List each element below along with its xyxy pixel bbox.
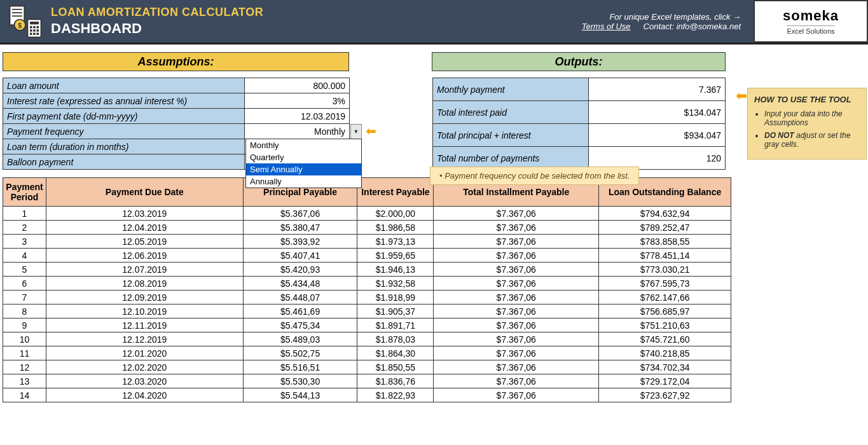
table-cell[interactable]: $7.367,06: [434, 277, 599, 291]
table-cell[interactable]: $1.836,76: [357, 374, 434, 388]
table-cell[interactable]: $5.380,47: [243, 221, 357, 235]
table-cell[interactable]: $5.489,03: [243, 332, 357, 346]
table-cell[interactable]: $5.420,93: [243, 263, 357, 277]
table-cell[interactable]: 14: [3, 388, 46, 402]
table-cell[interactable]: $745.721,60: [599, 332, 731, 346]
table-cell[interactable]: 12.06.2019: [46, 249, 243, 263]
table-cell[interactable]: 12.05.2019: [46, 235, 243, 249]
table-cell[interactable]: $5.516,51: [243, 360, 357, 374]
table-cell[interactable]: 10: [3, 332, 46, 346]
table-cell[interactable]: $751.210,63: [599, 318, 731, 332]
table-cell[interactable]: 6: [3, 277, 46, 291]
table-cell[interactable]: $1.891,71: [357, 318, 434, 332]
table-cell[interactable]: $7.367,06: [434, 263, 599, 277]
table-cell[interactable]: $767.595,73: [599, 277, 731, 291]
table-row: 1112.01.2020$5.502,75$1.864,30$7.367,06$…: [3, 346, 731, 360]
table-cell[interactable]: 1: [3, 207, 46, 221]
table-cell[interactable]: $5.448,07: [243, 291, 357, 305]
table-cell[interactable]: $7.367,06: [434, 318, 599, 332]
table-cell[interactable]: $5.475,34: [243, 318, 357, 332]
table-cell[interactable]: $789.252,47: [599, 221, 731, 235]
table-cell[interactable]: $794.632,94: [599, 207, 731, 221]
table-cell[interactable]: $1.850,55: [357, 360, 434, 374]
table-cell[interactable]: $7.367,06: [434, 207, 599, 221]
table-cell[interactable]: 8: [3, 305, 46, 318]
logo[interactable]: someka Excel Solutions: [754, 0, 868, 43]
table-cell[interactable]: $7.367,06: [434, 360, 599, 374]
table-cell[interactable]: $740.218,85: [599, 346, 731, 360]
table-cell[interactable]: $1.864,30: [357, 346, 434, 360]
table-cell[interactable]: 12.10.2019: [46, 305, 243, 318]
table-cell[interactable]: $734.702,34: [599, 360, 731, 374]
table-cell[interactable]: 12.03.2020: [46, 374, 243, 388]
table-cell[interactable]: $778.451,14: [599, 249, 731, 263]
table-cell[interactable]: $1.822,93: [357, 388, 434, 402]
table-cell[interactable]: $723.627,92: [599, 388, 731, 402]
table-cell[interactable]: $7.367,06: [434, 346, 599, 360]
table-cell[interactable]: 9: [3, 318, 46, 332]
dropdown-option[interactable]: Quarterly: [246, 151, 361, 163]
frequency-dropdown-list[interactable]: MonthlyQuarterlySemi AnnuallyAnnually: [245, 139, 362, 188]
terms-link[interactable]: Terms of Use: [582, 22, 631, 31]
table-cell[interactable]: $5.502,75: [243, 346, 357, 360]
dropdown-option[interactable]: Semi Annually: [246, 163, 361, 175]
table-cell[interactable]: $7.367,06: [434, 291, 599, 305]
table-cell[interactable]: 12: [3, 360, 46, 374]
table-cell[interactable]: $7.367,06: [434, 305, 599, 318]
table-cell[interactable]: $5.367,06: [243, 207, 357, 221]
assumption-input[interactable]: Monthly: [245, 124, 350, 139]
table-cell[interactable]: $7.367,06: [434, 374, 599, 388]
table-cell[interactable]: $729.172,04: [599, 374, 731, 388]
table-row: 712.09.2019$5.448,07$1.918,99$7.367,06$7…: [3, 291, 731, 305]
table-cell[interactable]: 12.11.2019: [46, 318, 243, 332]
templates-link[interactable]: For unique Excel templates, click →: [609, 12, 741, 22]
assumption-input[interactable]: 3%: [245, 93, 350, 109]
table-cell[interactable]: $7.367,06: [434, 388, 599, 402]
table-cell[interactable]: 12.01.2020: [46, 346, 243, 360]
table-cell[interactable]: 12.03.2019: [46, 207, 243, 221]
table-cell[interactable]: $1.918,99: [357, 291, 434, 305]
table-cell[interactable]: 12.04.2019: [46, 221, 243, 235]
table-cell[interactable]: 5: [3, 263, 46, 277]
table-cell[interactable]: $5.393,92: [243, 235, 357, 249]
table-cell[interactable]: $7.367,06: [434, 249, 599, 263]
table-cell[interactable]: 12.02.2020: [46, 360, 243, 374]
table-cell[interactable]: $5.544,13: [243, 388, 357, 402]
frequency-dropdown-button[interactable]: ▼: [350, 124, 362, 139]
assumption-input[interactable]: 12.03.2019: [245, 109, 350, 124]
table-cell[interactable]: 12.09.2019: [46, 291, 243, 305]
table-cell[interactable]: 3: [3, 235, 46, 249]
table-cell[interactable]: 7: [3, 291, 46, 305]
table-cell[interactable]: 11: [3, 346, 46, 360]
table-cell[interactable]: $1.973,13: [357, 235, 434, 249]
assumption-input[interactable]: 800.000: [245, 78, 350, 93]
table-cell[interactable]: $7.367,06: [434, 235, 599, 249]
table-cell[interactable]: $783.858,55: [599, 235, 731, 249]
table-cell[interactable]: 13: [3, 374, 46, 388]
dropdown-option[interactable]: Monthly: [246, 139, 361, 151]
table-cell[interactable]: 12.07.2019: [46, 263, 243, 277]
table-cell[interactable]: 12.12.2019: [46, 332, 243, 346]
table-cell[interactable]: $5.461,69: [243, 305, 357, 318]
table-cell[interactable]: 4: [3, 249, 46, 263]
table-cell[interactable]: 12.08.2019: [46, 277, 243, 291]
table-cell[interactable]: $7.367,06: [434, 221, 599, 235]
table-cell[interactable]: $1.946,13: [357, 263, 434, 277]
table-cell[interactable]: $7.367,06: [434, 332, 599, 346]
table-cell[interactable]: $1.878,03: [357, 332, 434, 346]
table-cell[interactable]: $762.147,66: [599, 291, 731, 305]
dropdown-option[interactable]: Annually: [246, 175, 361, 188]
table-cell[interactable]: 2: [3, 221, 46, 235]
table-cell[interactable]: $1.905,37: [357, 305, 434, 318]
table-cell[interactable]: 12.04.2020: [46, 388, 243, 402]
table-cell[interactable]: $1.959,65: [357, 249, 434, 263]
table-cell[interactable]: $2.000,00: [357, 207, 434, 221]
table-cell[interactable]: $756.685,97: [599, 305, 731, 318]
table-cell[interactable]: $5.434,48: [243, 277, 357, 291]
table-cell[interactable]: $773.030,21: [599, 263, 731, 277]
output-label: Monthly payment: [433, 78, 589, 101]
table-cell[interactable]: $1.986,58: [357, 221, 434, 235]
table-cell[interactable]: $5.530,30: [243, 374, 357, 388]
table-cell[interactable]: $5.407,41: [243, 249, 357, 263]
table-cell[interactable]: $1.932,58: [357, 277, 434, 291]
